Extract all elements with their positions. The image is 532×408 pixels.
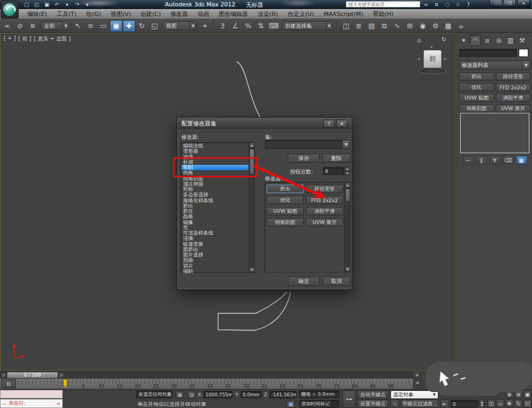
current-frame-field[interactable]: 0 <box>451 400 478 408</box>
viewcube-home-icon[interactable]: ⌂ <box>417 37 421 44</box>
modifier-list-item[interactable]: 面挤出 <box>181 247 248 252</box>
viewcube-arrow-up-icon[interactable]: ▴ <box>430 44 433 49</box>
material-editor-icon[interactable]: ◉ <box>417 20 429 32</box>
scroll-up-icon[interactable]: ▲ <box>345 182 351 188</box>
maximize-viewport-toggle-icon[interactable]: ◰ <box>523 399 531 407</box>
tab-display[interactable]: ▥ <box>505 35 516 46</box>
field-of-view-icon[interactable]: ▭ <box>496 399 504 407</box>
time-tag-icon[interactable]: ▦ <box>286 400 295 408</box>
save-button[interactable]: 保存 <box>288 154 320 163</box>
viewport-label-part[interactable]: + <box>4 35 16 43</box>
modifier-button[interactable]: UVW 贴图 <box>267 207 304 215</box>
modifier-list-item[interactable]: 规格化样条线 <box>181 198 248 203</box>
window-crossing-icon[interactable]: ▣ <box>110 20 122 32</box>
modifier-button[interactable]: 涡轮平滑 <box>306 207 343 215</box>
rectangular-selection-region-icon[interactable]: ▭ <box>97 20 110 32</box>
menu-item[interactable]: 编辑(E) <box>22 10 52 18</box>
modifier-button[interactable]: 路径变形 <box>306 185 343 193</box>
mini-curve-editor-button[interactable]: ⧉ <box>1 379 16 388</box>
group-scrollbar[interactable]: ▲ ▼ <box>344 182 350 272</box>
select-and-link-icon[interactable]: ∞ <box>1 20 13 32</box>
modifier-button[interactable]: 挤出 <box>267 185 304 193</box>
spinner-snap-toggle-icon[interactable]: ⇅ <box>255 20 267 32</box>
default-tangent-icon[interactable]: ∿ <box>390 399 399 408</box>
set-key-mode-icon[interactable]: ⊶ <box>343 390 355 408</box>
undo-icon[interactable]: ↶ <box>53 1 61 9</box>
x-coordinate-field[interactable]: 1000.755m <box>203 391 232 398</box>
next-frame-button[interactable]: ▹ <box>59 372 64 378</box>
align-icon[interactable]: ≣ <box>353 20 365 32</box>
minimize-button[interactable]: – <box>489 0 502 7</box>
menu-item[interactable]: 修改器 <box>165 10 193 18</box>
modifier-button[interactable]: 路径变形 <box>496 72 531 81</box>
maxscript-mini-recorder[interactable] <box>0 390 63 398</box>
named-selection-sets-dropdown[interactable]: 创建选择集▼ <box>282 21 333 30</box>
track-up-icon[interactable]: ▴ <box>414 371 420 378</box>
modifier-list-item[interactable]: 挤出 <box>181 203 248 209</box>
modifier-button[interactable]: FFD 2x2x2 <box>306 196 343 204</box>
unlink-selection-icon[interactable]: ⊘ <box>14 20 26 32</box>
angle-snap-toggle-icon[interactable]: ∠ <box>229 20 242 32</box>
percent-snap-toggle-icon[interactable]: % <box>242 20 254 32</box>
object-color-swatch[interactable] <box>519 49 528 57</box>
undo-dropdown-icon[interactable]: ▾ <box>63 1 71 9</box>
menu-item[interactable]: 自定义(U) <box>283 10 319 18</box>
modifier-stack-list[interactable] <box>460 113 529 153</box>
frame-spinner[interactable]: ▲▼ <box>479 399 485 408</box>
mirror-icon[interactable]: ◫ <box>340 20 352 32</box>
select-and-rotate-icon[interactable]: ↻ <box>136 20 148 32</box>
go-to-start-icon[interactable]: ⇤ <box>440 399 449 408</box>
total-buttons-field[interactable]: 8 <box>323 167 344 175</box>
auto-key-button[interactable]: 自动关键点 <box>358 390 388 399</box>
select-and-move-icon[interactable]: ✚ <box>123 20 135 32</box>
modifier-button[interactable]: 挤出 <box>459 72 494 81</box>
show-end-result-icon[interactable]: ∥ <box>476 156 487 164</box>
absolute-mode-toggle-icon[interactable]: ⊡ <box>187 391 196 398</box>
ok-button[interactable]: 确定 <box>288 277 320 286</box>
object-name-field[interactable] <box>459 49 517 57</box>
layer-manager-icon[interactable]: ▤ <box>365 20 378 32</box>
infocenter-search-input[interactable] <box>346 1 420 7</box>
track-left-icon[interactable]: ◂ <box>414 379 420 386</box>
time-slider-handle[interactable]: 0 / 100 <box>7 372 58 378</box>
redo-dropdown-icon[interactable]: ▾ <box>83 1 92 9</box>
modifier-list-item[interactable]: 多边形选择 <box>181 192 248 197</box>
sets-dropdown[interactable]: ▼ <box>265 140 350 149</box>
previous-frame-button[interactable]: ◃ <box>1 372 6 378</box>
close-button[interactable]: ✕ <box>517 0 530 7</box>
pan-icon[interactable]: ✥ <box>505 399 513 407</box>
menu-item[interactable]: 图形编辑器 <box>214 10 253 18</box>
menu-item[interactable]: 视图(V) <box>106 10 136 18</box>
rendered-frame-window-icon[interactable]: ▦ <box>442 20 454 32</box>
menu-item[interactable]: 渲染(R) <box>253 10 282 18</box>
tab-utilities[interactable]: ⚒ <box>517 35 528 46</box>
scrollbar-thumb[interactable] <box>345 189 350 202</box>
select-object-icon[interactable]: ↖ <box>72 20 84 32</box>
scroll-up-icon[interactable]: ▲ <box>249 143 255 148</box>
new-file-icon[interactable]: ▢ <box>22 1 31 9</box>
key-filters-button[interactable]: 关键点过滤器... <box>401 399 438 408</box>
viewport-label-part[interactable]: 真实 + 边面 <box>34 35 71 43</box>
maxscript-mini-listener[interactable]: — 所在行: < <box>0 399 63 408</box>
modifier-list-item[interactable]: 编辑法线 <box>181 143 248 148</box>
reference-coordinate-dropdown[interactable]: 视图▼ <box>163 21 197 30</box>
tab-hierarchy[interactable]: ⧈ <box>481 35 493 46</box>
modifier-list-item[interactable]: 晶格 <box>181 214 248 219</box>
add-time-tag[interactable]: 添加时间标记 <box>299 400 339 408</box>
menu-item[interactable]: 工具(T) <box>52 10 81 18</box>
modifier-button[interactable]: UVW 展开 <box>496 104 531 113</box>
bind-to-space-warp-icon[interactable]: ≋ <box>27 20 39 32</box>
modifier-list-item[interactable]: 倒角剖面 <box>181 176 248 181</box>
modifier-button[interactable]: 优化 <box>459 83 494 91</box>
modifier-list-item[interactable]: 倾斜 <box>181 269 248 274</box>
modifier-button[interactable]: 倒角剖面 <box>459 104 494 113</box>
modifier-list-item[interactable]: 挤压 <box>181 209 248 214</box>
render-setup-icon[interactable]: ⚙ <box>429 20 442 32</box>
modifier-button[interactable]: 优化 <box>267 196 304 204</box>
track-bar[interactable]: ⧉ 051015202530354045505560657075808590 <box>0 378 413 389</box>
favorites-star-icon[interactable]: ☆ <box>454 2 461 7</box>
orbit-icon[interactable]: ↻ <box>514 399 522 407</box>
list-scrollbar[interactable]: ▲ ▼ <box>248 143 254 272</box>
open-file-icon[interactable]: ◰ <box>32 1 41 9</box>
communication-center-icon[interactable]: ◌ <box>444 2 451 7</box>
